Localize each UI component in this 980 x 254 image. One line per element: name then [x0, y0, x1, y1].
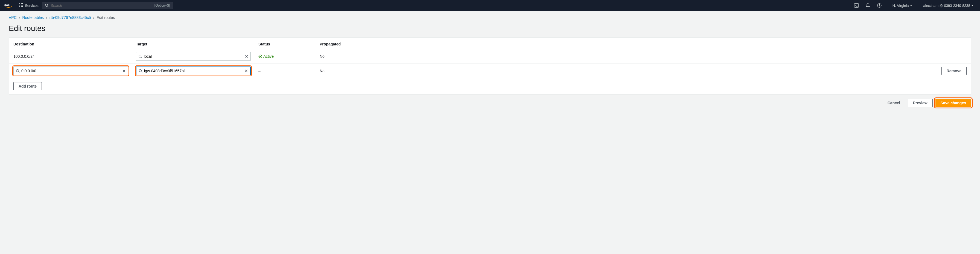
svg-point-19 [16, 70, 19, 72]
caret-down-icon [910, 5, 912, 6]
remove-button[interactable]: Remove [942, 67, 967, 75]
svg-rect-7 [19, 6, 20, 7]
col-header-action [361, 42, 967, 46]
check-circle-icon [258, 54, 262, 58]
cell-destination: ✕ [13, 67, 136, 75]
help-icon [877, 3, 882, 8]
breadcrumb-sep: › [19, 15, 20, 20]
svg-point-21 [139, 70, 142, 72]
region-label: N. Virginia [892, 3, 909, 8]
page-title: Edit routes [0, 22, 980, 37]
preview-button[interactable]: Preview [908, 99, 933, 107]
cloudshell-icon [854, 3, 859, 8]
account-label: aleccham @ 0393-2340-8238 [923, 3, 970, 8]
search-shortcut-hint: [Option+S] [154, 3, 170, 7]
nav-divider [918, 3, 918, 8]
svg-line-11 [47, 6, 48, 7]
breadcrumb-route-tables[interactable]: Route tables [22, 15, 44, 20]
clear-button[interactable]: ✕ [245, 69, 248, 73]
col-header-destination: Destination [13, 42, 136, 46]
target-select[interactable]: ✕ [136, 67, 251, 75]
breadcrumb-sep: › [93, 15, 95, 20]
target-input[interactable] [144, 69, 243, 73]
svg-point-15 [879, 6, 880, 7]
svg-line-20 [19, 72, 20, 73]
svg-rect-2 [21, 3, 22, 4]
col-header-status: Status [258, 42, 320, 46]
cell-status: Active [258, 54, 320, 59]
cancel-button[interactable]: Cancel [883, 99, 905, 107]
svg-rect-12 [854, 3, 859, 7]
target-input[interactable] [144, 54, 243, 59]
nav-divider [887, 3, 887, 8]
routes-table: Destination Target Status Propagated 100… [9, 37, 971, 94]
svg-line-17 [141, 57, 142, 58]
col-header-propagated: Propagated [320, 42, 361, 46]
cell-target: ✕ [136, 67, 258, 75]
svg-rect-9 [22, 6, 23, 7]
clear-button[interactable]: ✕ [122, 69, 126, 73]
help-button[interactable] [875, 2, 883, 9]
destination-select[interactable]: ✕ [13, 67, 128, 75]
clear-button[interactable]: ✕ [245, 54, 248, 59]
cloudshell-button[interactable] [852, 2, 861, 9]
global-search-input[interactable] [51, 3, 152, 8]
svg-point-10 [45, 4, 48, 6]
search-icon [138, 54, 142, 58]
cell-target: ✕ [136, 52, 258, 61]
services-menu-button[interactable]: Services [19, 3, 38, 8]
svg-rect-5 [21, 5, 22, 5]
footer-actions: Cancel Preview Save changes [0, 94, 980, 112]
grid-icon [19, 3, 23, 8]
bell-icon [865, 3, 870, 8]
table-row: 100.0.0.0/24 ✕ Active No [9, 49, 971, 64]
svg-rect-6 [22, 5, 23, 5]
services-label: Services [25, 3, 38, 8]
add-route-button[interactable]: Add route [13, 82, 42, 90]
notifications-button[interactable] [864, 2, 872, 9]
search-icon [16, 69, 20, 73]
svg-rect-8 [21, 6, 22, 7]
breadcrumb-current: Edit routes [97, 15, 115, 20]
table-row: ✕ ✕ – No Remove [9, 64, 971, 78]
target-select[interactable]: ✕ [136, 52, 251, 61]
cell-action: Remove [361, 67, 967, 75]
top-nav-bar: aws Services [Option+S] N. Virginia alec… [0, 0, 980, 11]
global-search[interactable]: [Option+S] [42, 2, 173, 9]
svg-point-16 [139, 55, 142, 58]
search-icon [138, 69, 142, 73]
breadcrumb-rtb-id[interactable]: rtb-09d7767e8883c45c5 [49, 15, 91, 20]
region-selector[interactable]: N. Virginia [890, 3, 915, 8]
breadcrumb-sep: › [46, 15, 47, 20]
aws-logo[interactable]: aws [5, 3, 13, 8]
svg-rect-4 [19, 5, 20, 5]
cell-propagated: No [320, 69, 361, 73]
destination-input[interactable] [21, 69, 121, 73]
breadcrumb-vpc[interactable]: VPC [9, 15, 17, 20]
svg-text:aws: aws [5, 3, 10, 6]
svg-rect-1 [19, 3, 20, 4]
cell-propagated: No [320, 54, 361, 59]
status-active-badge: Active [258, 54, 320, 59]
account-menu[interactable]: aleccham @ 0393-2340-8238 [921, 3, 975, 8]
search-icon [45, 3, 49, 7]
breadcrumb: VPC › Route tables › rtb-09d7767e8883c45… [0, 11, 980, 22]
caret-down-icon [971, 5, 974, 6]
save-changes-button[interactable]: Save changes [935, 99, 971, 107]
svg-line-22 [142, 72, 142, 73]
svg-rect-3 [22, 3, 23, 4]
table-header-row: Destination Target Status Propagated [9, 37, 971, 49]
cell-status: – [258, 69, 320, 73]
col-header-target: Target [136, 42, 258, 46]
add-route-section: Add route [9, 78, 971, 94]
cell-destination: 100.0.0.0/24 [13, 54, 136, 59]
status-label: Active [263, 54, 274, 59]
